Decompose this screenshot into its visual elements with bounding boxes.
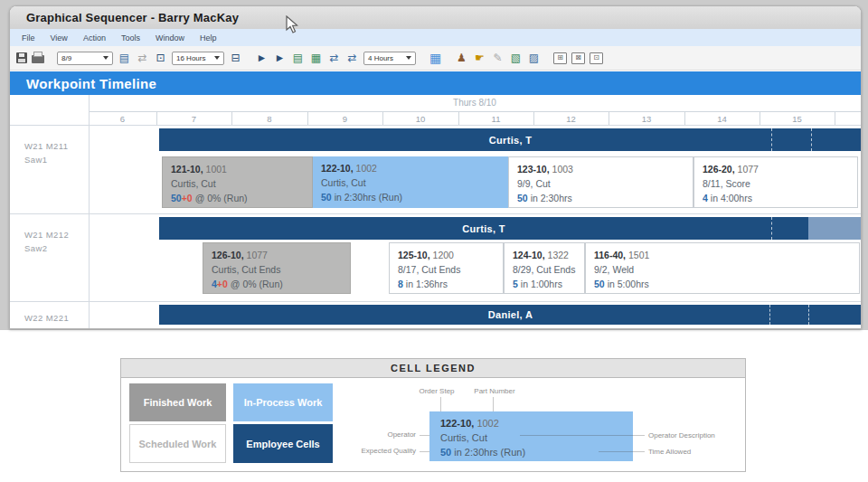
- work-cell-121-10[interactable]: 121-10, 1001 Curtis, Cut 50+0@ 0% (Run): [162, 156, 313, 208]
- callout-line: [420, 451, 429, 452]
- order-step: 125-10,: [398, 250, 430, 260]
- cell-line3: 50in 2:30hrs (Run): [321, 190, 500, 204]
- print-icon[interactable]: [32, 55, 44, 63]
- row-divider: [10, 213, 861, 214]
- callout-operator-description: Operator Description: [648, 431, 715, 439]
- people-icon[interactable]: ♟: [455, 52, 468, 64]
- cell-operator: 8/29, Cut Ends: [513, 262, 576, 277]
- part-number: 1501: [628, 250, 649, 260]
- cell-line3: 50in 2:30hrs: [517, 191, 684, 205]
- edit-icon[interactable]: ✎: [491, 52, 505, 64]
- menu-window[interactable]: Window: [156, 33, 184, 43]
- layout-icon-1[interactable]: ⊞: [553, 52, 567, 64]
- employee-bar-row2[interactable]: Curtis, T: [159, 217, 808, 240]
- advance-icon[interactable]: ►: [255, 52, 269, 64]
- export-icon[interactable]: ⊟: [229, 52, 242, 64]
- swap-right-icon[interactable]: ⇄: [345, 52, 359, 64]
- order-step: 123-10,: [517, 164, 550, 175]
- layout-icon-3[interactable]: ⊡: [590, 52, 603, 64]
- work-cell-125-10[interactable]: 125-10, 1200 8/17, Cut Ends 8in 1:36hrs: [389, 242, 504, 294]
- swatch-label: Finished Work: [144, 396, 212, 409]
- hand-icon[interactable]: ☛: [473, 52, 486, 64]
- cell-operator: Curtis, Cut: [171, 176, 304, 191]
- page-icon[interactable]: ▤: [118, 52, 131, 64]
- workpoint-label-row2: W21 M212 Saw2: [24, 228, 69, 255]
- swatch-label: Employee Cells: [246, 438, 319, 450]
- save-icon[interactable]: [16, 52, 27, 63]
- row-divider: [10, 125, 861, 126]
- chevron-down-icon: [103, 56, 108, 60]
- date-select[interactable]: 8/9: [57, 52, 113, 65]
- callout-time-allowed: Time Allowed: [648, 448, 691, 456]
- hour-label: 8: [231, 112, 307, 126]
- cell-line1: 122-10, 1002: [321, 161, 500, 175]
- overage: +0: [217, 279, 228, 289]
- interval-select-value: 4 Hours: [368, 54, 393, 62]
- shift-marker: [769, 305, 770, 325]
- cell-line3: 50+0@ 0% (Run): [171, 191, 304, 205]
- span-select[interactable]: 16 Hours: [172, 52, 224, 65]
- work-cell-126-10[interactable]: 126-10, 1077 Curtis, Cut Ends 4+0@ 0% (R…: [203, 242, 351, 294]
- chart-grid-icon[interactable]: ▨: [527, 52, 541, 64]
- menu-tools[interactable]: Tools: [121, 33, 140, 43]
- app-window: Graphical Sequencer - Barry MacKay File …: [9, 5, 862, 329]
- cell-line3: 50in 5:00hrs: [594, 277, 851, 291]
- workpoint-name: Saw1: [24, 153, 68, 166]
- date-header: Thurs 8/10: [89, 95, 861, 111]
- hour-label: 10: [382, 112, 458, 126]
- employee-bar-overtime[interactable]: [808, 217, 862, 240]
- work-cell-124-10[interactable]: 124-10, 1322 8/29, Cut Ends 5in 1:00hrs: [504, 242, 585, 294]
- menu-action[interactable]: Action: [83, 33, 106, 43]
- cell-operator: Curtis, Cut: [321, 175, 500, 190]
- menu-help[interactable]: Help: [200, 33, 217, 43]
- part-number: 1003: [552, 164, 573, 175]
- callout-line: [493, 397, 494, 411]
- employee-bar-row1[interactable]: Curtis, T: [159, 128, 862, 151]
- advance-all-icon[interactable]: ►: [273, 52, 287, 64]
- hour-label: 9: [307, 112, 382, 126]
- link-icon[interactable]: ⇄: [136, 52, 149, 64]
- menu-view[interactable]: View: [51, 33, 68, 43]
- work-cell-126-20[interactable]: 126-20, 1077 8/11, Score 4in 4:00hrs: [693, 156, 858, 208]
- employee-name: Curtis, T: [489, 135, 532, 146]
- sequence-up-icon[interactable]: ▤: [291, 52, 305, 64]
- workpoint-id: W21 M211: [24, 139, 68, 153]
- employee-bar-row3[interactable]: Daniel, A: [159, 305, 862, 325]
- work-cell-122-10[interactable]: 122-10, 1002 Curtis, Cut 50in 2:30hrs (R…: [313, 156, 508, 208]
- time-allowed: @ 0% (Run): [195, 193, 248, 203]
- callout-operator: Operator: [326, 430, 416, 439]
- interval-select[interactable]: 4 Hours: [363, 52, 416, 65]
- sequence-down-icon[interactable]: ▦: [309, 52, 323, 64]
- cell-line1: 126-10, 1077: [212, 248, 342, 262]
- layout-icon-2[interactable]: ⊠: [571, 52, 585, 64]
- part-number: 1077: [738, 164, 759, 175]
- span-select-value: 16 Hours: [176, 54, 205, 62]
- grid-icon[interactable]: ▦: [429, 52, 442, 64]
- chart-nav-icon[interactable]: ▧: [509, 52, 523, 64]
- order-step: 121-10,: [171, 164, 203, 175]
- legend-swatch-employee: Employee Cells: [233, 424, 333, 463]
- swatch-label: Scheduled Work: [139, 438, 217, 450]
- cell-line1: 123-10, 1003: [517, 162, 684, 176]
- work-cell-123-10[interactable]: 123-10, 1003 9/9, Cut 50in 2:30hrs: [508, 156, 693, 208]
- menu-file[interactable]: File: [22, 33, 35, 43]
- hour-label: 13: [609, 112, 684, 126]
- order-step: 126-20,: [703, 164, 735, 175]
- expected-quality: 50: [171, 193, 182, 203]
- hour-label: 12: [533, 112, 609, 126]
- shift-marker: [771, 128, 772, 151]
- date-select-value: 8/9: [61, 54, 71, 62]
- monitor-icon[interactable]: ⊡: [154, 52, 167, 64]
- chevron-down-icon: [406, 56, 411, 60]
- time-allowed: in 2:30hrs: [531, 193, 572, 203]
- time-allowed: in 2:30hrs (Run): [454, 447, 525, 458]
- workpoint-name: Saw2: [24, 241, 69, 255]
- swap-left-icon[interactable]: ⇄: [327, 52, 341, 64]
- cell-operator: Curtis, Cut: [440, 430, 622, 445]
- employee-name: Curtis, T: [462, 223, 505, 234]
- chevron-down-icon: [214, 56, 220, 60]
- cell-line3: 4+0@ 0% (Run): [212, 277, 342, 291]
- screenshot-stage: Graphical Sequencer - Barry MacKay File …: [0, 0, 868, 482]
- part-number: 1002: [356, 163, 377, 174]
- work-cell-116-40[interactable]: 116-40, 1501 9/2, Weld 50in 5:00hrs: [585, 242, 860, 294]
